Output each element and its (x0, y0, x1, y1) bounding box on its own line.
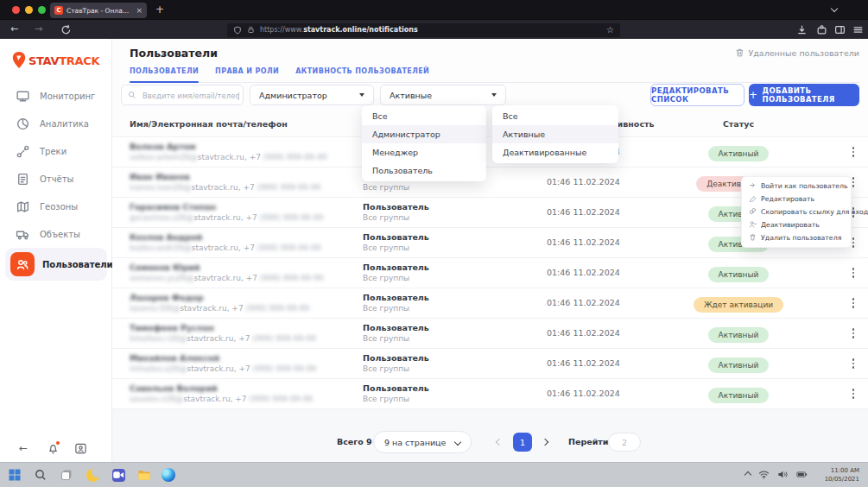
next-page-button[interactable] (536, 433, 554, 451)
tab-close-icon[interactable]: × (136, 7, 143, 15)
sidebar-item-users[interactable]: Пользователи (5, 248, 107, 281)
teams-icon[interactable] (111, 467, 126, 483)
sidebar-nav: Мониторинг Аналитика Треки Отчёты Геозон… (0, 82, 112, 281)
sidebar-item-tracks[interactable]: Треки (0, 137, 112, 165)
back-button[interactable]: ← (10, 23, 18, 35)
status-select[interactable]: Активные (380, 85, 506, 105)
stavtrack-logo: STAVTRACK (11, 51, 99, 70)
volume-icon[interactable] (777, 469, 789, 480)
wifi-icon[interactable] (758, 469, 770, 480)
sidebar-item-label: Аналитика (40, 119, 89, 129)
user-group: Все группы (363, 274, 409, 282)
dropdown-option[interactable]: Пользователь (362, 161, 486, 180)
per-page-select[interactable]: 9 на странице (373, 431, 472, 453)
dropdown-option[interactable]: Администратор (362, 125, 486, 143)
window-minimize-button[interactable] (25, 6, 33, 14)
user-group: Все группы (363, 304, 409, 313)
crescent-app-icon[interactable] (85, 467, 100, 483)
url-text: https://www.stavtrack.online/notificatio… (260, 26, 418, 34)
menu-icon[interactable] (852, 24, 864, 35)
user-contact: savelev.v26@stavtrack.ru, +7 (999) 999-9… (130, 395, 313, 403)
tab-1[interactable]: ПРАВА И РОЛИ (215, 67, 279, 82)
dropdown-option[interactable]: Менеджер (362, 143, 486, 161)
context-menu-item[interactable]: Удалить пользователя (742, 231, 851, 244)
context-menu-item[interactable]: Редактировать (742, 193, 851, 206)
context-menu-item[interactable]: Деактивировать (742, 218, 851, 231)
col-status-header: Статус (678, 119, 799, 129)
row-actions-button[interactable] (847, 326, 859, 340)
shield-icon[interactable] (233, 26, 242, 35)
sidebar-item-analytics[interactable]: Аналитика (0, 110, 112, 137)
user-name: Волков Артем (130, 142, 196, 151)
status-badge: Активный (708, 357, 770, 373)
last-activity: 01:46 11.02.2024 (547, 358, 620, 368)
browser-tab[interactable]: C СтавТрак - Онлайн мониторин × (50, 3, 147, 18)
user-contact: semenov.yu26@stavtrack.ru, +7 (999) 999-… (130, 274, 323, 282)
tab-list-chevron-icon[interactable] (831, 5, 838, 12)
download-icon[interactable] (796, 24, 808, 35)
sidebar-item-reports[interactable]: Отчёты (0, 165, 112, 193)
main-content: Пользователи Удаленные пользователи ПОЛЬ… (112, 39, 868, 462)
window-zoom-button[interactable] (38, 6, 46, 14)
star-icon[interactable]: ☆ (606, 25, 614, 35)
table-row: Михайлов Алексей mihailov.a26@stavtrack.… (112, 349, 868, 379)
copy-link-icon (749, 207, 757, 217)
go-to-page-input[interactable]: 2 (608, 433, 641, 452)
explorer-icon[interactable] (136, 467, 152, 483)
row-actions-button[interactable] (847, 357, 859, 370)
role-select[interactable]: Администратор (250, 85, 374, 105)
dropdown-option[interactable]: Активные (492, 125, 618, 143)
search-box (121, 85, 244, 105)
prev-page-button[interactable] (491, 433, 508, 451)
forward-button[interactable]: → (35, 23, 42, 35)
system-tray (745, 469, 808, 480)
tab-title: СтавТрак - Онлайн мониторин (67, 7, 132, 15)
sidebar-item-monitor[interactable]: Мониторинг (0, 82, 112, 110)
sidebar-panel-icon[interactable] (834, 24, 846, 35)
objects-icon (16, 227, 30, 242)
new-tab-button[interactable]: + (155, 3, 164, 16)
last-activity: 01:46 11.02.2024 (547, 237, 620, 247)
window-close-button[interactable] (12, 6, 20, 14)
url-bar[interactable]: https://www.stavtrack.online/notificatio… (227, 23, 620, 37)
current-page[interactable]: 1 (513, 433, 532, 452)
edge-icon[interactable] (161, 467, 176, 483)
user-contact: ivanov.ivan26@stavtrack.ru, +7 (999) 999… (130, 183, 320, 192)
sidebar-item-objects[interactable]: Объекты (0, 220, 112, 248)
col-name-header: Имя/Электронная почта/телефон (130, 119, 288, 129)
tray-chevron-icon[interactable] (744, 471, 751, 478)
sidebar-item-label: Объекты (40, 230, 80, 239)
dropdown-option[interactable]: Все (492, 107, 618, 125)
lock-icon[interactable] (247, 26, 255, 34)
user-name: Семенов Юрий (130, 262, 200, 272)
context-menu-item[interactable]: Скопировать ссылку для входа (742, 206, 851, 218)
reload-button[interactable] (60, 24, 72, 35)
deleted-users-link[interactable]: Удаленные пользователи (735, 47, 860, 58)
dropdown-option[interactable]: Деактивированные (492, 143, 618, 161)
collapse-icon[interactable]: ← (19, 442, 32, 455)
user-role: Пользователь (363, 262, 429, 272)
task-view-icon[interactable] (59, 467, 74, 483)
edit-list-button[interactable]: РЕДАКТИРОВАТЬ СПИСОК (650, 84, 744, 106)
tab-0[interactable]: ПОЛЬЗОВАТЕЛИ (130, 67, 199, 82)
start-icon[interactable] (7, 467, 22, 483)
battery-icon[interactable] (796, 469, 808, 480)
row-actions-button[interactable] (847, 145, 859, 159)
chevron-down-icon (491, 93, 497, 97)
row-actions-button[interactable] (847, 387, 859, 401)
tab-2[interactable]: АКТИВНОСТЬ ПОЛЬЗОВАТЕЛЕЙ (295, 67, 429, 82)
profile-icon[interactable] (74, 442, 87, 455)
sidebar-item-geozones[interactable]: Геозоны (0, 193, 112, 220)
dropdown-option[interactable]: Все (362, 107, 486, 125)
row-actions-button[interactable] (847, 296, 859, 310)
context-menu-item[interactable]: Войти как пользователь (742, 180, 851, 193)
search-input[interactable] (141, 86, 241, 105)
taskbar-search-icon[interactable] (33, 467, 48, 483)
user-contact: mihailov.a26@stavtrack.ru, +7 (999) 999-… (130, 364, 316, 373)
extensions-icon[interactable] (816, 24, 827, 35)
bell-icon[interactable] (47, 442, 60, 455)
add-user-button[interactable]: + ДОБАВИТЬ ПОЛЬЗОВАТЕЛЯ (749, 84, 859, 106)
user-group: Все группы (363, 183, 409, 192)
row-actions-button[interactable] (847, 266, 859, 280)
login-icon (749, 181, 757, 191)
